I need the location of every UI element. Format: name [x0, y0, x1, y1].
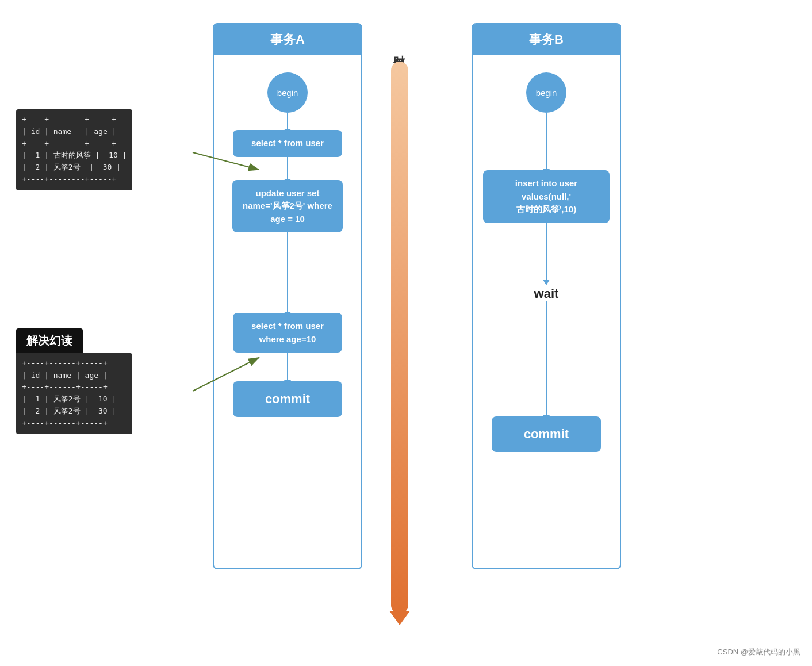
arrow-a3	[287, 232, 288, 313]
footer-text: CSDN @爱敲代码的小黑	[717, 647, 800, 657]
time-axis-area: 时间轴	[391, 46, 408, 614]
arrow-a1	[287, 113, 288, 130]
time-axis-line	[391, 62, 408, 614]
arrow-b3	[546, 301, 547, 416]
main-container: +----+--------+-----+ | id | name | age …	[0, 0, 812, 666]
sql-a3: select * from userwhere age=10	[233, 313, 342, 353]
sql-b1: insert into user values(null,'古时的风筝',10)	[483, 170, 610, 223]
left-side-tables: +----+--------+-----+ | id | name | age …	[16, 109, 132, 434]
transaction-a-container: 事务A begin select * from user update user…	[213, 23, 362, 569]
arrow-b1	[546, 113, 547, 170]
sql-a2: update user setname='风筝2号' whereage = 10	[232, 180, 343, 233]
resolve-label: 解决幻读	[16, 328, 83, 353]
time-axis-label: 时间轴	[392, 46, 408, 53]
begin-circle-b: begin	[526, 72, 566, 113]
arrow-a2	[287, 157, 288, 180]
begin-circle-a: begin	[267, 72, 308, 113]
arrow-a4	[287, 353, 288, 381]
transaction-a-header: 事务A	[214, 24, 361, 55]
transaction-b-box: 事务B begin insert into user values(null,'…	[472, 23, 621, 569]
commit-a: commit	[233, 381, 342, 417]
arrow-b2	[546, 223, 547, 281]
wait-text: wait	[534, 286, 559, 301]
transaction-b-container: 事务B begin insert into user values(null,'…	[472, 23, 621, 569]
initial-table: +----+--------+-----+ | id | name | age …	[16, 109, 132, 190]
commit-b: commit	[492, 416, 601, 452]
transaction-b-header: 事务B	[473, 24, 620, 55]
transaction-a-box: 事务A begin select * from user update user…	[213, 23, 362, 569]
resolve-table: +----+------+-----+ | id | name | age | …	[16, 353, 132, 434]
